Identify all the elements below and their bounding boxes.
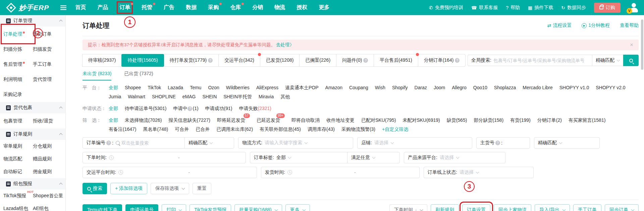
quick-filter-option[interactable]: 已调用未出库(62)	[216, 125, 253, 134]
platform-option[interactable]: Jumia	[109, 92, 121, 101]
quick-filter-option[interactable]: 未配对SKU(6919)	[402, 116, 440, 125]
sidebar-item[interactable]: 扫描发货	[33, 42, 62, 57]
platform-option[interactable]: SHEIN半托管	[223, 92, 252, 101]
top-nav-item[interactable]: 订单	[119, 4, 130, 11]
action-button[interactable]: 刷新规则	[431, 204, 459, 211]
action-button[interactable]: 手工订单	[573, 204, 601, 211]
status-tab[interactable]: 问题件(0)	[336, 54, 374, 67]
quick-filter-option[interactable]: 缺货(565)	[447, 116, 467, 125]
sidebar-item[interactable]: 扫描分拣	[3, 42, 33, 57]
sidebar-item[interactable]: 利润明细	[3, 72, 33, 87]
sidebar-section-forwarder-package[interactable]: 货代包裹	[0, 102, 65, 113]
top-nav-item[interactable]: 物流	[274, 4, 285, 11]
close-icon[interactable]: ×	[630, 42, 633, 48]
platform-option[interactable]: 其他	[280, 92, 290, 101]
sidebar-section-order-rules[interactable]: 订单规则	[0, 128, 65, 140]
platform-time-end-input[interactable]	[195, 170, 253, 175]
status-tab[interactable]: 已发货(1208)	[260, 54, 300, 67]
sidebar-item[interactable]: 包裹管理	[3, 113, 33, 128]
top-nav-item[interactable]: 采购	[208, 4, 219, 11]
action-button[interactable]: 同步订单	[605, 204, 639, 211]
app-logo[interactable]: 妙手ERP	[6, 3, 49, 13]
sidebar-item[interactable]: Lazada组包	[3, 202, 33, 211]
platform-option[interactable]: Qoo10	[473, 83, 487, 92]
status-tab[interactable]: 已搁置(226)	[299, 54, 336, 67]
top-nav-item[interactable]: 产品	[97, 4, 108, 11]
global-search-button[interactable]	[623, 55, 639, 66]
action-button[interactable]: 同步上家物流	[494, 204, 531, 211]
action-button[interactable]: 申请运单号	[125, 204, 158, 211]
platform-option[interactable]: Coupang	[349, 83, 368, 92]
sidebar-item[interactable]: 订单处理	[3, 27, 33, 42]
top-nav-item[interactable]: 广告	[164, 4, 174, 11]
sidebar-item[interactable]: 分仓规则	[33, 140, 62, 153]
form-button[interactable]: + 添加筛选项	[110, 183, 147, 194]
apply-status-option[interactable]: 申请失败(2321)	[239, 104, 271, 113]
platform-option[interactable]: SHOPLINE	[152, 92, 176, 101]
form-button[interactable]: 搜索	[83, 183, 107, 194]
platform-option[interactable]: Allegro	[452, 83, 467, 92]
platform-option[interactable]: Walmart	[128, 92, 145, 101]
menu-icon[interactable]	[60, 5, 66, 10]
ship-time-start-input[interactable]	[294, 170, 350, 175]
platform-option[interactable]: eMAG	[182, 92, 196, 101]
quick-filter-option[interactable]: 可合并	[175, 125, 189, 134]
quick-filter-option[interactable]: 即将延迟发货 57	[217, 116, 245, 125]
platform-option[interactable]: Shoplazza	[494, 83, 516, 92]
quick-filter-option[interactable]: 调用库存(43)	[308, 125, 335, 134]
order-time-start-input[interactable]	[116, 155, 173, 160]
quick-filter-option[interactable]: 有关联外部信息(45)	[260, 125, 301, 134]
sidebar-section-order-management[interactable]: 订单管理	[0, 15, 65, 27]
sidebar-item[interactable]: 佣金规则	[33, 165, 62, 178]
shipment-tab[interactable]: 已出货 (7372)	[124, 71, 153, 81]
status-tab[interactable]: 待打单发货(1779)	[164, 54, 219, 67]
sidebar-item[interactable]: 赠品规则	[33, 153, 62, 165]
platform-option[interactable]: Shopify	[392, 83, 408, 92]
action-button[interactable]: 导入/导出	[535, 204, 570, 211]
platform-option[interactable]: SHOPYY v2.0	[596, 83, 625, 92]
action-button[interactable]: 打印	[162, 204, 186, 211]
form-button[interactable]: 保存筛选项	[151, 183, 189, 194]
action-button[interactable]: 批量采购(1688)	[234, 204, 282, 211]
sidebar-item[interactable]: 售后管理	[3, 57, 33, 72]
alert-action-link[interactable]: 去处理》	[276, 42, 294, 48]
sidebar-item[interactable]: 采购记录	[3, 87, 33, 102]
status-tab[interactable]: 待审核(2937)	[82, 54, 122, 67]
order-no-input[interactable]	[121, 141, 181, 146]
platform-time-start-input[interactable]	[125, 170, 184, 175]
quick-filter-option[interactable]: 有备注(1647)	[109, 125, 136, 134]
action-button[interactable]: 订单设置	[462, 204, 490, 211]
platform-option[interactable]: Joom	[434, 83, 445, 92]
order-no-match-select[interactable]: 精确匹配	[184, 137, 234, 149]
header-link[interactable]: ⇄ 流程设置	[547, 22, 572, 29]
platform-option[interactable]: AliExpress	[256, 83, 278, 92]
quick-filter-option[interactable]: 分销订单(2)	[537, 116, 562, 125]
status-tab[interactable]: 待处理(15605)	[121, 54, 164, 67]
sidebar-item[interactable]: AE组包	[33, 202, 62, 211]
platform-option[interactable]: 速卖通本土POP	[285, 83, 319, 92]
quick-filter-option[interactable]: 已合并	[196, 125, 210, 134]
apply-status-option[interactable]: 全部	[109, 104, 118, 113]
order-time-range[interactable]: 下单时间: -	[83, 152, 246, 163]
quick-filter-option[interactable]: 黑名单(748)	[143, 125, 168, 134]
action-button[interactable]: 更多	[285, 204, 310, 211]
top-nav-item[interactable]: 托管	[142, 4, 152, 11]
top-utility-item[interactable]: ↻ 数据同步	[561, 5, 586, 11]
avatar[interactable]: V	[629, 2, 639, 13]
status-tab[interactable]: 交运平台(342)	[218, 54, 260, 67]
sidebar-item[interactable]: 物流匹配	[3, 153, 33, 165]
platform-option[interactable]: SHOPYY v1.0	[559, 83, 589, 92]
platform-option[interactable]: Wildberries	[226, 83, 250, 92]
sidebar-item[interactable]: 货代管理	[33, 72, 62, 87]
action-button[interactable]: 下单时间	[389, 204, 427, 211]
form-button[interactable]: 重置	[193, 183, 211, 194]
platform-option[interactable]: Amazon	[325, 83, 342, 92]
platform-option[interactable]: Lazada	[168, 83, 183, 92]
logistics-select[interactable]: 物流方式: 请输入关键字搜索	[238, 137, 353, 149]
top-utility-item[interactable]: ? 帮助	[506, 5, 520, 11]
platform-option[interactable]: Mercado Libre	[523, 83, 553, 92]
platform-option[interactable]: Temu	[190, 83, 201, 92]
header-link[interactable]: ▶ 1分钟教程	[582, 22, 610, 29]
quick-filter-option[interactable]: 已配对SKU(795)	[361, 116, 396, 125]
sidebar-item[interactable]: TikTok预报 HOT	[3, 190, 33, 202]
